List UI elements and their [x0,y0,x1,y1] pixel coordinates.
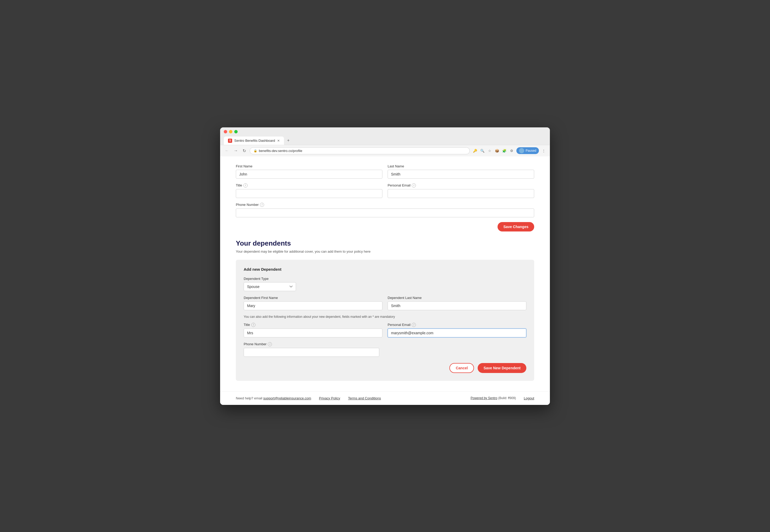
footer-email-link[interactable]: support@reliableinsurance.com [263,396,311,400]
dependents-section: Your dependents Your dependent may be el… [236,239,534,381]
title-email-row: Title i Personal Email i [236,183,534,198]
dependent-name-row: Dependent First Name Dependent Last Name [244,296,526,310]
phone-group: Phone Number i [236,203,534,217]
personal-email-label: Personal Email i [388,183,534,188]
tab-title: Sentro Benefits Dashboard [234,139,275,143]
dependent-type-row: Dependent Type Spouse Child Partner Othe… [244,277,526,291]
dep-phone-row: Phone Number i [244,342,526,357]
phone-info-icon: i [260,203,264,207]
dep-email-info-icon: i [412,323,416,327]
dep-first-name-group: Dependent First Name [244,296,382,310]
browser-chrome: S Sentro Benefits Dashboard ✕ + [220,127,550,145]
dep-first-name-label: Dependent First Name [244,296,382,300]
refresh-button[interactable]: ↻ [241,148,247,154]
personal-email-group: Personal Email i [388,183,534,198]
zoom-icon[interactable]: 🔍 [480,148,485,153]
cancel-button[interactable]: Cancel [450,363,474,373]
dep-phone-input[interactable] [244,348,379,357]
dep-last-name-input[interactable] [388,301,526,310]
section-title: Your dependents [236,239,534,247]
profile-badge[interactable]: Paused [516,147,539,154]
page-footer: Need help? email support@reliableinsuran… [220,391,550,405]
close-button[interactable] [224,130,227,133]
phone-input[interactable] [236,208,534,217]
footer-help: Need help? email support@reliableinsuran… [236,396,311,400]
dep-title-email-row: Title i Personal Email i [244,323,526,337]
last-name-input[interactable] [388,170,534,179]
active-tab[interactable]: S Sentro Benefits Dashboard ✕ [224,137,284,145]
first-name-group: First Name [236,164,382,179]
dependent-card: Add new Dependent Dependent Type Spouse … [236,260,534,381]
dep-last-name-label: Dependent Last Name [388,296,526,300]
maximize-button[interactable] [234,130,238,133]
optional-note: You can also add the following informati… [244,315,526,319]
dependent-type-select[interactable]: Spouse Child Partner Other [244,282,296,291]
card-title: Add new Dependent [244,267,526,271]
first-name-input[interactable] [236,170,382,179]
dep-email-label: Personal Email i [388,323,526,327]
page-content: First Name Last Name Title i [220,156,550,391]
key-icon[interactable]: 🔑 [473,148,478,153]
address-bar[interactable]: 🔒 benefits-dev.sentro.co/profile [250,147,470,154]
section-subtitle: Your dependent may be eligible for addit… [236,250,534,253]
dep-phone-group: Phone Number i [244,342,379,357]
dep-first-name-input[interactable] [244,301,382,310]
tab-favicon: S [228,139,232,143]
dep-title-group: Title i [244,323,382,337]
privacy-policy-link[interactable]: Privacy Policy [319,396,340,400]
phone-row: Phone Number i [236,203,534,217]
powered-by: Powered by Sentro (Build: ff909) [471,396,516,400]
puzzle-icon[interactable]: 🧩 [502,148,507,153]
dep-last-name-group: Dependent Last Name [388,296,526,310]
dep-email-group: Personal Email i [388,323,526,337]
dependent-type-group: Dependent Type Spouse Child Partner Othe… [244,277,296,291]
profile-label: Paused [526,149,536,152]
phone-label: Phone Number i [236,203,534,207]
dep-email-input[interactable] [388,329,526,337]
new-tab-button[interactable]: + [284,136,292,145]
avatar [519,148,524,153]
email-info-icon: i [412,183,416,188]
terms-link[interactable]: Terms and Conditions [348,396,381,400]
title-label: Title i [236,183,382,188]
dep-title-info-icon: i [251,323,255,327]
personal-email-input[interactable] [388,189,534,198]
name-row: First Name Last Name [236,164,534,179]
tab-close-icon[interactable]: ✕ [277,139,280,143]
menu-icon[interactable]: ⋮ [541,148,546,153]
url-text: benefits-dev.sentro.co/profile [259,149,302,153]
forward-button[interactable]: → [233,148,239,154]
browser-window: S Sentro Benefits Dashboard ✕ + ← → ↻ 🔒 … [220,127,550,405]
browser-tabs: S Sentro Benefits Dashboard ✕ + [224,136,546,145]
browser-toolbar: ← → ↻ 🔒 benefits-dev.sentro.co/profile 🔑… [220,145,550,156]
powered-link[interactable]: Powered by Sentro [471,396,497,400]
card-actions: Cancel Save New Dependent [244,363,526,373]
back-button[interactable]: ← [224,148,230,154]
save-changes-button[interactable]: Save Changes [498,222,534,231]
profile-form-section: First Name Last Name Title i [236,164,534,231]
last-name-group: Last Name [388,164,534,179]
save-dependent-button[interactable]: Save New Dependent [478,363,526,373]
traffic-lights [224,130,546,133]
dep-title-input[interactable] [244,329,382,337]
title-input[interactable] [236,189,382,198]
toolbar-icons: 🔑 🔍 ☆ 📦 🧩 ⚙ Paused ⋮ [473,147,546,154]
extensions-icon[interactable]: ⚙ [509,148,514,153]
logout-link[interactable]: Logout [524,396,534,400]
dependent-type-label: Dependent Type [244,277,296,281]
star-icon[interactable]: ☆ [487,148,492,153]
first-name-label: First Name [236,164,382,168]
dep-title-label: Title i [244,323,382,327]
title-info-icon: i [243,183,247,188]
dep-phone-label: Phone Number i [244,342,379,346]
last-name-label: Last Name [388,164,534,168]
minimize-button[interactable] [229,130,232,133]
extension-icon[interactable]: 📦 [495,148,500,153]
title-group: Title i [236,183,382,198]
dep-phone-info-icon: i [268,342,272,346]
lock-icon: 🔒 [254,149,257,152]
